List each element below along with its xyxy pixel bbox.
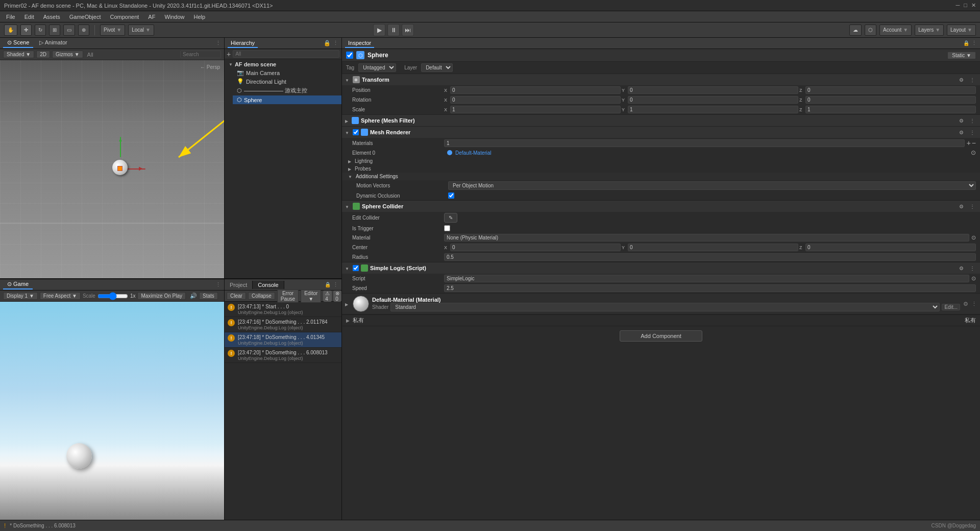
speed-input[interactable] — [444, 284, 976, 292]
materials-remove-btn[interactable]: − — [972, 139, 976, 147]
audio-btn[interactable]: 🔊 — [190, 293, 197, 299]
step-button[interactable]: ⏭ — [402, 24, 414, 36]
maximize-btn[interactable]: □ — [964, 2, 967, 9]
static-btn[interactable]: Static ▼ — [947, 52, 976, 59]
simple-logic-overflow[interactable]: ⋮ — [968, 266, 977, 271]
edit-collider-btn[interactable]: ✎ — [444, 213, 457, 223]
rotation-z-input[interactable] — [805, 96, 976, 104]
tab-hierarchy[interactable]: Hierarchy — [228, 39, 258, 48]
transform-settings[interactable]: ⚙ — [957, 77, 966, 83]
script-input[interactable] — [444, 275, 969, 282]
collab-btn[interactable]: ☁ — [849, 25, 862, 36]
console-lock-btn[interactable]: 🔒 — [325, 282, 331, 287]
hierarchy-add-btn[interactable]: + — [227, 50, 231, 58]
object-name[interactable]: Sphere — [368, 52, 944, 59]
mesh-renderer-overflow[interactable]: ⋮ — [968, 130, 977, 135]
dim-btn[interactable]: 2D — [36, 51, 50, 58]
error-pause-btn[interactable]: Error Pause — [277, 289, 299, 303]
dynamic-occlusion-check[interactable] — [448, 192, 454, 199]
tool-rect[interactable]: ▭ — [63, 25, 75, 36]
local-btn[interactable]: Local ▼ — [128, 25, 154, 36]
menu-help[interactable]: Help — [190, 13, 210, 21]
mesh-renderer-header[interactable]: Mesh Renderer ⚙ ⋮ — [342, 127, 980, 138]
collapse-btn[interactable]: Collapse — [248, 292, 275, 300]
hierarchy-item-light[interactable]: 💡 Directional Light — [233, 77, 341, 86]
additional-settings-section[interactable]: Additional Settings — [342, 173, 980, 180]
mesh-filter-header[interactable]: Sphere (Mesh Filter) ⚙ ⋮ — [342, 115, 980, 126]
layout-btn[interactable]: Layout ▼ — [947, 25, 976, 36]
motion-vectors-select[interactable]: Per Object Motion — [448, 181, 976, 190]
pause-button[interactable]: ⏸ — [387, 24, 400, 36]
sphere-collider-header[interactable]: Sphere Collider ⚙ ⋮ — [342, 201, 980, 212]
radius-input[interactable] — [444, 253, 976, 261]
mat-element-0-value[interactable]: Default-Material — [455, 150, 968, 156]
material-overflow-btn[interactable]: ⋮ — [971, 301, 977, 307]
hierarchy-item-scene[interactable]: ▼ AF demo scene — [225, 60, 341, 68]
hierarchy-item-sphere[interactable]: ⬡ Sphere — [233, 95, 341, 104]
scene-canvas[interactable]: ← Persp ▲ ▶ — [0, 60, 224, 278]
mesh-renderer-settings[interactable]: ⚙ — [957, 130, 966, 135]
tool-hand[interactable]: ✋ — [4, 25, 17, 36]
probes-section[interactable]: Probes — [342, 165, 980, 173]
pivot-btn[interactable]: Pivot ▼ — [100, 25, 125, 36]
hierarchy-item-camera[interactable]: 📷 Main Camera — [233, 68, 341, 77]
account-btn[interactable]: Account ▼ — [879, 25, 912, 36]
editor-btn[interactable]: Editor ▼ — [301, 289, 321, 303]
hierarchy-lock-btn[interactable]: 🔒 — [324, 40, 331, 46]
add-component-btn[interactable]: Add Component — [620, 330, 702, 342]
tab-game[interactable]: ⊙ Game — [3, 280, 33, 289]
display-btn[interactable]: Display 1 ▼ — [3, 292, 38, 300]
scene-object-gizmo[interactable]: ▲ ▶ — [102, 137, 143, 178]
cloud-btn[interactable]: ⬡ — [865, 25, 876, 36]
hierarchy-options-btn[interactable]: ⋮ — [333, 40, 338, 46]
gizmos-btn[interactable]: Gizmos ▼ — [52, 51, 83, 58]
inspector-options-btn[interactable]: ⋮ — [971, 40, 977, 46]
maximize-on-play-btn[interactable]: Maximize On Play — [137, 292, 186, 300]
shading-btn[interactable]: Shaded ▼ — [3, 51, 34, 58]
hierarchy-item-controller[interactable]: ⬡ ——————— 游戏主控 — [233, 86, 341, 95]
close-btn[interactable]: ✕ — [971, 2, 976, 9]
mat-link-btn[interactable]: ⊙ — [971, 149, 976, 156]
rotation-x-input[interactable] — [450, 96, 621, 104]
simple-logic-active[interactable] — [353, 265, 359, 271]
collider-material-input[interactable] — [444, 234, 969, 242]
scene-options-btn[interactable]: ⋮ — [215, 40, 221, 46]
material-settings-btn[interactable]: ⚙ — [963, 301, 968, 307]
center-x-input[interactable] — [450, 244, 621, 251]
transform-header[interactable]: ⊕ Transform ⚙ ⋮ — [342, 74, 980, 85]
layer-select[interactable]: Default — [421, 63, 453, 72]
simple-logic-settings[interactable]: ⚙ — [957, 266, 966, 271]
tab-animator[interactable]: ▷ Animator — [35, 38, 71, 48]
tab-console[interactable]: Console — [253, 281, 284, 289]
scale-z-input[interactable] — [805, 106, 976, 113]
mesh-filter-settings[interactable]: ⚙ — [957, 118, 966, 124]
lighting-section[interactable]: Lighting — [342, 157, 980, 165]
tool-move[interactable]: ✛ — [20, 25, 32, 36]
mesh-filter-overflow[interactable]: ⋮ — [968, 118, 977, 124]
center-y-input[interactable] — [628, 244, 798, 251]
scale-x-input[interactable] — [450, 106, 621, 113]
center-z-input[interactable] — [805, 244, 976, 251]
inspector-lock-btn[interactable]: 🔒 — [963, 40, 969, 46]
shader-select[interactable]: Standard — [390, 303, 940, 311]
minimize-btn[interactable]: ─ — [956, 2, 960, 9]
console-entry-0[interactable]: ! [23:47:13] * Start . . . 0 UnityEngine… — [225, 302, 341, 317]
scale-slider[interactable] — [97, 293, 128, 299]
shader-edit-btn[interactable]: Edit... — [942, 304, 960, 310]
clear-btn[interactable]: Clear — [227, 292, 246, 300]
simple-logic-header[interactable]: Simple Logic (Script) ⚙ ⋮ — [342, 262, 980, 274]
tab-scene[interactable]: ⊙ Scene — [3, 38, 33, 48]
tool-combined[interactable]: ⊕ — [78, 25, 89, 36]
tab-project[interactable]: Project — [225, 281, 253, 289]
console-options-btn[interactable]: ⋮ — [333, 281, 338, 288]
console-entry-2[interactable]: ! [23:47:18] * DoSomething . . . 4.01345… — [225, 332, 341, 348]
menu-assets[interactable]: Assets — [39, 13, 64, 21]
play-button[interactable]: ▶ — [373, 24, 385, 36]
hierarchy-search[interactable] — [233, 50, 339, 58]
materials-add-btn[interactable]: + — [967, 139, 971, 147]
tab-inspector[interactable]: Inspector — [345, 39, 374, 48]
game-options-btn[interactable]: ⋮ — [215, 281, 221, 288]
tool-rotate[interactable]: ↻ — [35, 25, 46, 36]
scale-y-input[interactable] — [628, 106, 798, 113]
rotation-y-input[interactable] — [628, 96, 798, 104]
